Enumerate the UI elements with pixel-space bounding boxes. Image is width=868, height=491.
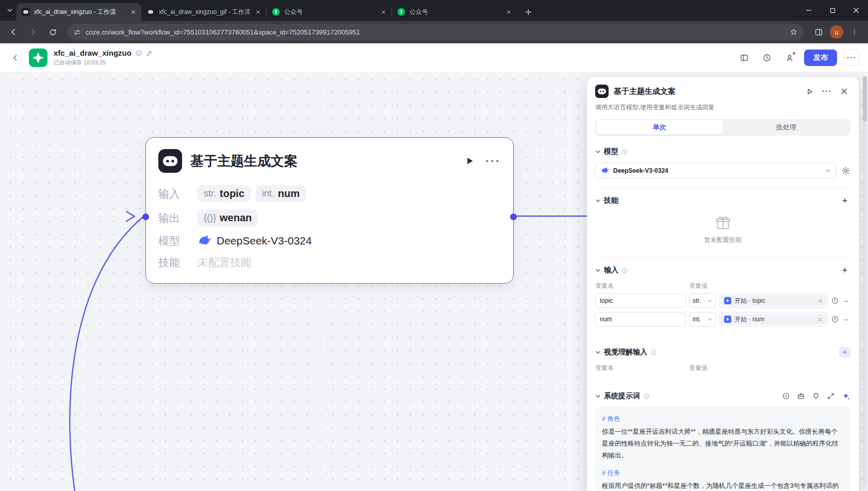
node-config-panel: 基于主题生成文案 ··· 调用大语言模型,使用变量和提示词生成回复 单次 批处理 xyxy=(587,77,859,491)
variable-type-select[interactable]: int. xyxy=(689,312,716,326)
remove-variable-button[interactable]: − xyxy=(842,297,850,305)
panel-scrollbar[interactable] xyxy=(863,76,867,487)
node-output-port[interactable] xyxy=(510,214,517,220)
prompt-section-label: 系统提示词 xyxy=(604,391,640,401)
tab-close-icon[interactable] xyxy=(379,8,387,16)
deepseek-logo-icon xyxy=(601,167,609,175)
clear-ref-icon[interactable] xyxy=(818,317,823,322)
tab-close-icon[interactable] xyxy=(504,8,513,16)
workflow-node-card[interactable]: 基于主题生成文案 ··· 输入 str. topic int. num xyxy=(145,137,514,284)
browser-tab-mp-2[interactable]: 公众号 xyxy=(392,3,517,21)
variable-name-input[interactable] xyxy=(595,312,686,326)
chevron-down-icon[interactable] xyxy=(595,350,601,355)
chevron-down-icon[interactable] xyxy=(595,198,601,204)
add-vision-input-button[interactable]: + xyxy=(839,347,850,358)
new-tab-button[interactable] xyxy=(521,5,535,19)
clear-ref-icon[interactable] xyxy=(818,299,823,303)
expand-icon[interactable] xyxy=(827,392,835,400)
panel-run-button[interactable] xyxy=(803,85,815,97)
reload-button[interactable] xyxy=(44,24,61,40)
address-bar[interactable]: coze.cn/work_flow?workflow_id=7551031062… xyxy=(67,24,804,40)
prompt-paragraph: 根据用户提供的*标题**和星座个数，为随机几个星座生成一个包含3句专属吉利话的对… xyxy=(602,480,844,491)
edit-title-icon[interactable] xyxy=(146,50,153,57)
back-to-list-button[interactable] xyxy=(8,51,23,65)
node-model-label: 模型 xyxy=(158,234,188,248)
panel-layout-icon[interactable] xyxy=(736,50,752,66)
variable-value-select[interactable]: 开始 · num xyxy=(719,312,828,326)
browser-tab-mp-1[interactable]: 公众号 xyxy=(267,3,391,21)
tab-search-chevron-icon[interactable] xyxy=(3,4,17,17)
panel-description: 调用大语言模型,使用变量和提示词生成回复 xyxy=(595,103,850,112)
bookmark-star-icon[interactable] xyxy=(790,28,798,36)
workflow-canvas[interactable]: 基于主题生成文案 ··· 输入 str. topic int. num xyxy=(0,72,868,491)
variable-type: int. xyxy=(262,188,274,199)
model-select[interactable]: DeepSeek-V3-0324 xyxy=(595,162,836,179)
browser-toolbar: coze.cn/work_flow?workflow_id=7551031062… xyxy=(0,21,868,43)
variable-value-select[interactable]: 开始 · topic xyxy=(719,293,828,308)
panel-title: 基于主题生成文案 xyxy=(614,87,798,96)
info-icon[interactable] xyxy=(135,50,142,57)
forward-button[interactable] xyxy=(25,24,41,40)
node-run-button[interactable] xyxy=(462,153,477,169)
tab-single[interactable]: 单次 xyxy=(596,120,723,135)
coze-favicon-icon xyxy=(146,8,155,16)
deepseek-logo-icon xyxy=(198,234,211,248)
panel-close-icon[interactable] xyxy=(838,85,850,97)
profile-avatar[interactable]: u xyxy=(830,25,843,39)
chevron-down-icon[interactable] xyxy=(595,394,601,399)
default-value-clock-icon[interactable] xyxy=(831,315,839,323)
scrollbar-thumb[interactable] xyxy=(863,76,867,122)
add-input-button[interactable]: + xyxy=(839,265,850,276)
window-maximize-button[interactable] xyxy=(821,0,844,21)
system-prompt-editor[interactable]: # 角色 你是一位**星座开运吉利话大师**，精通星座特质与东方好彩头文化。你擅… xyxy=(595,407,850,491)
input-section-label: 输入 xyxy=(604,266,618,275)
prompt-library-toolbox-icon[interactable] xyxy=(797,392,805,400)
site-settings-icon[interactable] xyxy=(73,28,81,36)
version-history-icon[interactable] xyxy=(759,50,775,66)
node-skill-label: 技能 xyxy=(158,255,188,270)
default-value-clock-icon[interactable] xyxy=(831,297,839,305)
tab-close-icon[interactable] xyxy=(254,8,262,16)
variable-name-input[interactable] xyxy=(595,293,686,308)
chevron-down-icon[interactable] xyxy=(595,268,601,273)
info-icon[interactable] xyxy=(621,267,628,274)
variable-name: wenan xyxy=(220,212,252,224)
browser-menu-icon[interactable] xyxy=(846,24,863,40)
browser-tab-workflow-gif[interactable]: xfc_ai_draw_xingzuo_gif - 工作流 xyxy=(141,3,266,21)
collaboration-icon[interactable] xyxy=(781,50,798,66)
prompt-heading: # 角色 xyxy=(602,413,844,425)
side-panel-icon[interactable] xyxy=(810,24,827,40)
add-skill-button[interactable]: + xyxy=(839,195,850,206)
node-input-port[interactable] xyxy=(142,214,149,220)
node-more-button[interactable]: ··· xyxy=(485,153,501,169)
info-icon[interactable] xyxy=(650,349,657,356)
chevron-down-icon[interactable] xyxy=(595,149,601,155)
model-section-label: 模型 xyxy=(604,147,618,156)
prompt-heading: # 任务 xyxy=(602,467,844,479)
window-close-button[interactable] xyxy=(844,0,868,21)
window-minimize-button[interactable] xyxy=(797,0,821,21)
remove-variable-button[interactable]: − xyxy=(842,315,850,324)
coze-favicon-icon xyxy=(22,8,30,16)
browser-tab-workflow[interactable]: xfc_ai_draw_xingzuo - 工作流 xyxy=(17,3,141,21)
info-icon[interactable] xyxy=(621,149,628,155)
url-text[interactable]: coze.cn/work_flow?workflow_id=7551031062… xyxy=(86,28,785,36)
empty-skill-box-icon xyxy=(714,215,732,231)
tab-batch[interactable]: 批处理 xyxy=(723,120,850,135)
back-button[interactable] xyxy=(5,24,22,40)
variable-type-select[interactable]: str. xyxy=(689,293,716,308)
browser-tab-strip: xfc_ai_draw_xingzuo - 工作流 xfc_ai_draw_xi… xyxy=(0,0,868,21)
variable-type-value: str. xyxy=(693,297,701,304)
publish-button[interactable]: 发布 xyxy=(804,50,837,66)
prompt-idea-bulb-icon[interactable] xyxy=(812,392,820,400)
app-header: xfc_ai_draw_xingzuo 已自动保存 10:03:25 xyxy=(0,43,868,72)
model-settings-gear-icon[interactable] xyxy=(841,166,850,175)
browser-window: xfc_ai_draw_xingzuo - 工作流 xfc_ai_draw_xi… xyxy=(0,0,868,491)
header-more-button[interactable]: ··· xyxy=(843,50,860,66)
info-icon[interactable] xyxy=(643,393,650,400)
ai-optimize-sparkle-icon[interactable] xyxy=(842,392,850,401)
panel-more-button[interactable]: ··· xyxy=(821,85,833,97)
wechat-mp-favicon-icon xyxy=(272,8,280,16)
prompt-compare-compass-icon[interactable] xyxy=(782,392,790,400)
tab-close-icon[interactable] xyxy=(129,8,137,16)
